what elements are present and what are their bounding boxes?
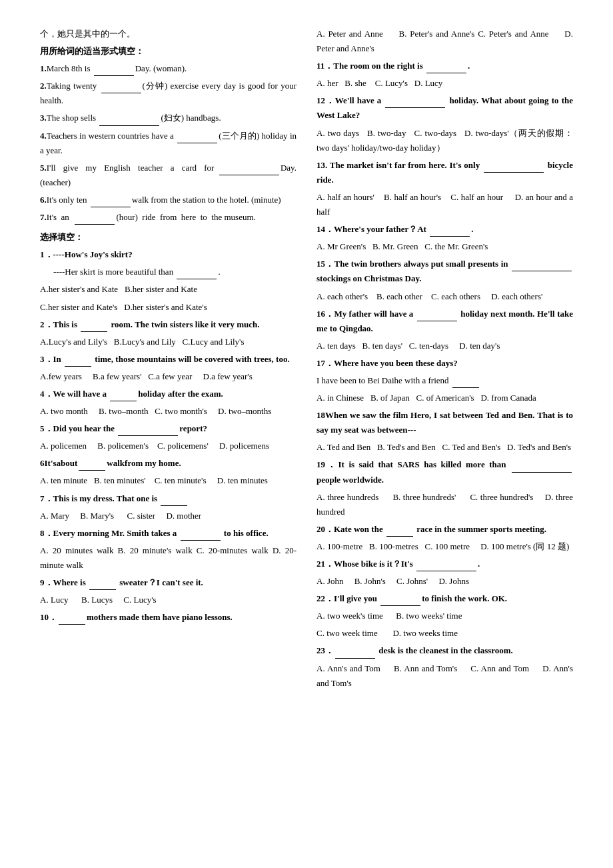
q6: 6.It's only ten walk from the station to… bbox=[40, 193, 297, 207]
rmcq18-a: A. Ted and Ben B. Ted's and Ben C. Ted a… bbox=[316, 440, 573, 455]
rmcq23-a: A. Ann's and Tom B. Ann and Tom's C. Ann… bbox=[316, 661, 573, 691]
mcq5-a: A. policemen B. policemen's C. policemen… bbox=[40, 439, 297, 453]
rmcq21-q: 21．Whose bike is it？It's . bbox=[316, 557, 573, 571]
mcq3-q: 3．In time, those mountains will be cover… bbox=[40, 352, 297, 367]
rmcq17-a: A. in Chinese B. of Japan C. of American… bbox=[316, 391, 573, 405]
mcq10-q: 10．mothers made them have piano lessons. bbox=[40, 610, 297, 625]
mcq6-q: 6It'saboutwalkfrom my home. bbox=[40, 456, 297, 471]
mcq5-q: 5．Did you hear the report? bbox=[40, 421, 297, 436]
rmcq15-a: A. each other's B. each other C. each ot… bbox=[316, 289, 573, 304]
rmcq11-a: A. her B. she C. Lucy's D. Lucy bbox=[316, 76, 573, 91]
mcq1-sub: ----Her skirt is more beautiful than . bbox=[53, 265, 297, 279]
rmcq22-a: A. two week's time B. two weeks' time bbox=[316, 609, 573, 623]
mcq9-q: 9．Where is sweater？I can't see it. bbox=[40, 575, 297, 590]
section2-header: 选择填空： bbox=[40, 230, 297, 245]
mcq9-a: A. Lucy B. Lucys C. Lucy's bbox=[40, 593, 297, 607]
mcq1-q: 1．----How's Joy's skirt? bbox=[40, 247, 297, 262]
main-container: 个，她只是其中的一个。 用所给词的适当形式填空： 1.March 8th is … bbox=[40, 27, 573, 693]
rmcq20-a: A. 100-metre B. 100-metres C. 100 metre … bbox=[316, 539, 573, 554]
q5: 5.I'll give my English teacher a card fo… bbox=[40, 161, 297, 190]
q3: 3.The shop sells (妇女) handbags. bbox=[40, 111, 297, 125]
q2: 2.Taking twenty (分钟) exercise every day … bbox=[40, 79, 297, 108]
mcq1-b: C.her sister and Kate's D.her sister's a… bbox=[40, 300, 297, 315]
rmcq12-a: A. two days B. two-day C. two-days D. tw… bbox=[316, 126, 573, 155]
mcq8-a: A. 20 minutes walk B. 20 minute's walk C… bbox=[40, 543, 297, 573]
rmcq14-a: A. Mr Green's B. Mr. Green C. the Mr. Gr… bbox=[316, 239, 573, 254]
rmcq13-q: 13. The market isn't far from here. It's… bbox=[316, 158, 573, 187]
rmcq20-q: 20．Kate won the race in the summer sport… bbox=[316, 522, 573, 537]
rmcq19-a: A. three hundreds B. three hundreds' C. … bbox=[316, 490, 573, 519]
mcq6-a: A. ten minute B. ten minutes' C. ten min… bbox=[40, 473, 297, 488]
mcq2-q: 2．This is room. The twin sisters like it… bbox=[40, 317, 297, 332]
left-column: 个，她只是其中的一个。 用所给词的适当形式填空： 1.March 8th is … bbox=[40, 27, 297, 693]
rmcq14-q: 14．Where's your father？At . bbox=[316, 222, 573, 237]
q7: 7.It's an (hour) ride from here to the m… bbox=[40, 210, 297, 225]
mcq2-a: A.Lucy's and Lily's B.Lucy's and Lily C.… bbox=[40, 335, 297, 349]
rmcq17-q: 17．Where have you been these days? bbox=[316, 356, 573, 371]
right-intro-1: A. Peter and Anne B. Peter's and Anne's … bbox=[316, 27, 573, 56]
mcq7-q: 7．This is my dress. That one is bbox=[40, 491, 297, 506]
rmcq16-q: 16．My father will have a holiday next mo… bbox=[316, 307, 573, 336]
q4: 4.Teachers in western countries have a (… bbox=[40, 129, 297, 158]
mcq4-q: 4．We will have a holiday after the exam. bbox=[40, 387, 297, 401]
rmcq15-q: 15．The twin brothers always put small pr… bbox=[316, 257, 573, 286]
mcq3-a: A.few years B.a few years' C.a few year … bbox=[40, 369, 297, 384]
rmcq16-a: A. ten days B. ten days' C. ten-days D. … bbox=[316, 339, 573, 353]
rmcq23-q: 23． desk is the cleanest in the classroo… bbox=[316, 643, 573, 658]
rmcq22-q: 22．I'll give you to finish the work. OK. bbox=[316, 591, 573, 606]
mcq4-a: A. two month B. two–month C. two month's… bbox=[40, 404, 297, 419]
right-column: A. Peter and Anne B. Peter's and Anne's … bbox=[316, 27, 573, 693]
rmcq22-b: C. two week time D. two weeks time bbox=[316, 626, 573, 641]
rmcq11-q: 11．The room on the right is . bbox=[316, 59, 573, 73]
q1: 1.March 8th is Day. (woman). bbox=[40, 61, 297, 76]
mcq7-a: A. Mary B. Mary's C. sister D. mother bbox=[40, 509, 297, 523]
mcq8-q: 8．Every morning Mr. Smith takes a to his… bbox=[40, 526, 297, 541]
rmcq19-q: 19．It is said that SARS has killed more … bbox=[316, 457, 573, 487]
rmcq12-q: 12．We'll have a holiday. What about goin… bbox=[316, 93, 573, 123]
mcq1-a: A.her sister's and Kate B.her sister and… bbox=[40, 282, 297, 297]
rmcq17-sub: I have been to Bei Daihe with a friend bbox=[316, 373, 573, 388]
rmcq18-q: 18When we saw the film Hero, I sat betwe… bbox=[316, 408, 573, 437]
intro-line-2: 用所给词的适当形式填空： bbox=[40, 44, 297, 59]
rmcq13-a: A. half an hours' B. half an hour's C. h… bbox=[316, 190, 573, 219]
intro-line-1: 个，她只是其中的一个。 bbox=[40, 27, 297, 41]
rmcq21-a: A. John B. John's C. Johns' D. Johns bbox=[316, 574, 573, 589]
